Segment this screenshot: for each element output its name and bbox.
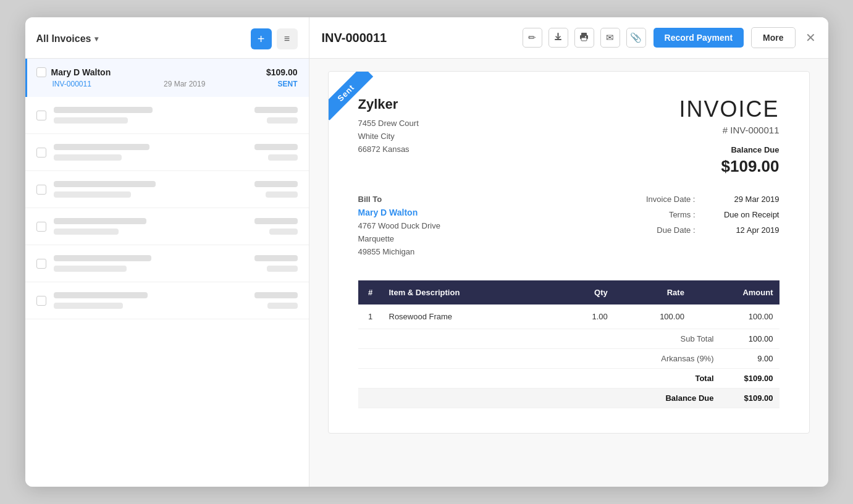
subtotal-label: Sub Total: [615, 334, 714, 343]
subtotal-row: Sub Total 100.00: [358, 329, 779, 349]
terms-value: Due on Receipt: [705, 210, 779, 219]
invoice-checkbox[interactable]: [36, 259, 46, 269]
due-date-label: Due Date :: [634, 225, 695, 235]
placeholder-content: [54, 255, 298, 272]
download-button[interactable]: [548, 28, 568, 48]
cell-num: 1: [358, 304, 383, 329]
placeholder-content: [54, 144, 298, 161]
table-row: 1 Rosewood Frame 1.00 100.00 100.00: [358, 304, 779, 329]
total-row: Total $109.00: [358, 369, 779, 388]
cell-description: Rosewood Frame: [383, 304, 556, 329]
tax-label: Arkansas (9%): [615, 354, 714, 363]
cell-qty: 1.00: [556, 304, 614, 329]
svg-rect-0: [555, 39, 561, 40]
balance-due-amount: $109.00: [679, 157, 779, 176]
bill-to-label: Bill To: [358, 195, 440, 204]
left-header: All Invoices ▾ + ≡: [25, 17, 309, 59]
meta-row-due-date: Due Date : 12 Apr 2019: [634, 225, 779, 235]
close-icon: ✕: [805, 31, 816, 44]
cell-amount: 100.00: [691, 304, 779, 329]
invoice-title-block: INVOICE # INV-000011 Balance Due $109.00: [679, 96, 779, 176]
invoice-document: Sent Zylker 7455 Drew Court White City 6…: [309, 59, 828, 487]
svg-rect-4: [581, 38, 587, 41]
print-button[interactable]: [574, 28, 594, 48]
invoice-checkbox[interactable]: [36, 148, 46, 158]
meta-row-terms: Terms : Due on Receipt: [634, 210, 779, 219]
menu-button[interactable]: ≡: [277, 28, 298, 49]
all-invoices-dropdown[interactable]: All Invoices ▾: [36, 33, 99, 44]
invoice-date: 29 Mar 2019: [164, 80, 205, 88]
app-container: All Invoices ▾ + ≡ Mary D Walton: [25, 17, 828, 487]
record-payment-button[interactable]: Record Payment: [653, 28, 744, 48]
header-icons: + ≡: [251, 28, 298, 49]
cell-rate: 100.00: [614, 304, 691, 329]
left-panel: All Invoices ▾ + ≡ Mary D Walton: [25, 17, 309, 487]
invoice-date-value: 29 Mar 2019: [705, 195, 779, 204]
list-item[interactable]: [25, 171, 309, 208]
due-date-value: 12 Apr 2019: [705, 225, 779, 235]
tax-value: 9.00: [724, 354, 773, 363]
email-button[interactable]: ✉: [600, 28, 620, 48]
placeholder-content: [54, 218, 298, 235]
edit-button[interactable]: ✏: [523, 28, 542, 48]
invoice-doc-header: Zylker 7455 Drew Court White City 66872 …: [358, 96, 779, 176]
invoice-customer-name: Mary D Walton: [51, 67, 111, 77]
list-item[interactable]: [25, 134, 309, 171]
invoice-checkbox[interactable]: [36, 222, 46, 232]
meta-row-invoice-date: Invoice Date : 29 Mar 2019: [634, 195, 779, 204]
more-button[interactable]: More: [751, 27, 795, 48]
sent-ribbon: Sent: [329, 72, 384, 127]
download-icon: [553, 32, 563, 43]
bill-to-name: Mary D Walton: [358, 208, 440, 217]
close-button[interactable]: ✕: [805, 30, 816, 45]
sent-label: Sent: [329, 72, 373, 120]
attach-icon: 📎: [630, 32, 642, 43]
meta-table: Invoice Date : 29 Mar 2019 Terms : Due o…: [634, 195, 779, 258]
list-item[interactable]: [25, 208, 309, 245]
chevron-down-icon: ▾: [95, 35, 98, 43]
attach-button[interactable]: 📎: [626, 28, 646, 48]
subtotal-value: 100.00: [724, 334, 773, 343]
list-item[interactable]: [25, 245, 309, 282]
line-items-table: # Item & Description Qty Rate Amount 1 R…: [358, 280, 779, 329]
toolbar-icons: ✏: [523, 28, 646, 48]
balance-due-total-label: Balance Due: [615, 393, 714, 403]
list-item[interactable]: [25, 282, 309, 319]
invoice-checkbox[interactable]: [36, 296, 46, 306]
list-item[interactable]: [25, 97, 309, 134]
bill-to-address: 4767 Wood Duck Drive Marquette 49855 Mic…: [358, 220, 440, 258]
invoice-date-label: Invoice Date :: [634, 195, 695, 204]
invoice-number-display: # INV-000011: [679, 125, 779, 135]
invoice-heading: INVOICE: [679, 96, 779, 122]
terms-label: Terms :: [634, 210, 695, 219]
balance-due-row: Balance Due $109.00: [358, 388, 779, 408]
invoice-checkbox[interactable]: [36, 67, 46, 77]
svg-rect-1: [558, 33, 559, 38]
plus-icon: +: [258, 32, 265, 46]
col-qty: Qty: [556, 280, 614, 304]
invoice-paper: Sent Zylker 7455 Drew Court White City 6…: [328, 71, 810, 434]
tax-row: Arkansas (9%) 9.00: [358, 349, 779, 369]
bill-to-block: Bill To Mary D Walton 4767 Wood Duck Dri…: [358, 195, 440, 258]
add-invoice-button[interactable]: +: [251, 28, 272, 49]
all-invoices-label: All Invoices: [36, 33, 91, 44]
placeholder-content: [54, 107, 298, 124]
total-label: Total: [615, 374, 714, 383]
edit-icon: ✏: [528, 32, 536, 43]
invoice-item-active[interactable]: Mary D Walton $109.00 INV-000011 29 Mar …: [25, 59, 309, 97]
totals-section: Sub Total 100.00 Arkansas (9%) 9.00 Tota…: [358, 329, 779, 408]
table-header-row: # Item & Description Qty Rate Amount: [358, 280, 779, 304]
invoice-number: INV-000011: [53, 80, 91, 88]
invoice-list: Mary D Walton $109.00 INV-000011 29 Mar …: [25, 59, 309, 487]
invoice-bill-meta: Bill To Mary D Walton 4767 Wood Duck Dri…: [358, 195, 779, 258]
invoice-checkbox[interactable]: [36, 111, 46, 120]
menu-icon: ≡: [284, 33, 290, 44]
balance-due-total-value: $109.00: [724, 393, 773, 403]
col-rate: Rate: [614, 280, 691, 304]
placeholder-content: [54, 292, 298, 309]
invoice-status: SENT: [277, 80, 297, 88]
col-amount: Amount: [691, 280, 779, 304]
balance-due-label: Balance Due: [679, 145, 779, 154]
col-num: #: [358, 280, 383, 304]
invoice-checkbox[interactable]: [36, 185, 46, 195]
